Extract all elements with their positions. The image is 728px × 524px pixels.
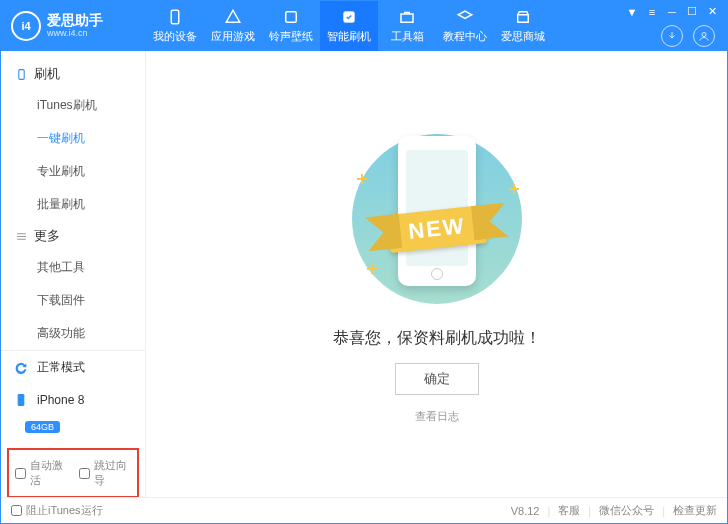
nav-label: 应用游戏 <box>211 29 255 44</box>
nav-ringtone[interactable]: 铃声壁纸 <box>262 1 320 51</box>
svg-rect-6 <box>19 69 24 79</box>
sidebar: 刷机 iTunes刷机 一键刷机 专业刷机 批量刷机 更多 其他工具 下载固件 … <box>1 51 146 497</box>
window-controls: ▼ ≡ ─ ☐ ✕ <box>625 5 727 18</box>
success-illustration: NEW <box>337 124 537 314</box>
sidebar-group-label: 刷机 <box>34 65 60 83</box>
nav-my-device[interactable]: 我的设备 <box>146 1 204 51</box>
sidebar-group-label: 更多 <box>34 227 60 245</box>
user-button[interactable] <box>693 25 715 47</box>
checkbox-label: 自动激活 <box>30 458 67 488</box>
sidebar-group-more[interactable]: 更多 <box>1 221 145 251</box>
svg-point-5 <box>702 33 706 37</box>
nav-apps[interactable]: 应用游戏 <box>204 1 262 51</box>
brand-title: 爱思助手 <box>47 13 103 28</box>
apps-icon <box>224 8 242 26</box>
nav-label: 铃声壁纸 <box>269 29 313 44</box>
nav-toolbox[interactable]: 工具箱 <box>378 1 436 51</box>
nav-smart-flash[interactable]: 智能刷机 <box>320 1 378 51</box>
ok-button[interactable]: 确定 <box>395 363 479 395</box>
check-update-link[interactable]: 检查更新 <box>673 503 717 518</box>
sidebar-item-advanced[interactable]: 高级功能 <box>1 317 145 350</box>
storage-badge: 64GB <box>25 421 60 433</box>
download-button[interactable] <box>661 25 683 47</box>
support-link[interactable]: 客服 <box>558 503 580 518</box>
title-bar: i4 爱思助手 www.i4.cn 我的设备 应用游戏 铃声壁纸 智能刷机 <box>1 1 727 51</box>
brand: i4 爱思助手 www.i4.cn <box>1 1 146 51</box>
status-bar: 阻止iTunes运行 V8.12| 客服| 微信公众号| 检查更新 <box>1 497 727 523</box>
nav-label: 爱思商城 <box>501 29 545 44</box>
brand-subtitle: www.i4.cn <box>47 29 103 39</box>
close-icon[interactable]: ✕ <box>705 5 719 18</box>
success-message: 恭喜您，保资料刷机成功啦！ <box>333 328 541 349</box>
sidebar-item-other[interactable]: 其他工具 <box>1 251 145 284</box>
block-itunes-checkbox[interactable]: 阻止iTunes运行 <box>11 503 103 518</box>
minimize-icon[interactable]: ─ <box>665 6 679 18</box>
refresh-icon <box>13 360 29 376</box>
flash-icon <box>340 8 358 26</box>
device-info[interactable]: iPhone 8 64GB <box>1 384 145 442</box>
sidebar-item-onekey[interactable]: 一键刷机 <box>1 122 145 155</box>
maximize-icon[interactable]: ☐ <box>685 5 699 18</box>
version-label: V8.12 <box>511 505 540 517</box>
main-panel: NEW 恭喜您，保资料刷机成功啦！ 确定 查看日志 <box>146 51 727 497</box>
wechat-link[interactable]: 微信公众号 <box>599 503 654 518</box>
shirt-icon[interactable]: ▼ <box>625 6 639 18</box>
sidebar-item-download[interactable]: 下载固件 <box>1 284 145 317</box>
nav-label: 智能刷机 <box>327 29 371 44</box>
menu-icon[interactable]: ≡ <box>645 6 659 18</box>
device-name: iPhone 8 <box>37 393 84 407</box>
sidebar-group-flash[interactable]: 刷机 <box>1 59 145 89</box>
auto-activate-checkbox[interactable]: 自动激活 <box>15 458 67 488</box>
mode-label: 正常模式 <box>37 359 85 376</box>
svg-rect-3 <box>401 14 413 22</box>
menu-lines-icon <box>15 230 28 243</box>
nav-label: 工具箱 <box>391 29 424 44</box>
ringtone-icon <box>282 8 300 26</box>
svg-rect-0 <box>171 10 179 24</box>
svg-rect-4 <box>518 15 529 23</box>
svg-rect-7 <box>18 394 25 406</box>
nav-label: 教程中心 <box>443 29 487 44</box>
options-highlight-box: 自动激活 跳过向导 <box>7 448 139 498</box>
store-icon <box>514 8 532 26</box>
checkbox-label: 跳过向导 <box>94 458 131 488</box>
brand-logo-icon: i4 <box>11 11 41 41</box>
phone-outline-icon <box>15 68 28 81</box>
sidebar-item-pro[interactable]: 专业刷机 <box>1 155 145 188</box>
device-mode[interactable]: 正常模式 <box>1 351 145 384</box>
nav-tutorial[interactable]: 教程中心 <box>436 1 494 51</box>
nav-store[interactable]: 爱思商城 <box>494 1 552 51</box>
device-icon <box>13 392 29 408</box>
sidebar-item-batch[interactable]: 批量刷机 <box>1 188 145 221</box>
skip-guide-checkbox[interactable]: 跳过向导 <box>79 458 131 488</box>
top-nav: 我的设备 应用游戏 铃声壁纸 智能刷机 工具箱 教程中心 <box>146 1 625 51</box>
tutorial-icon <box>456 8 474 26</box>
view-log-link[interactable]: 查看日志 <box>415 409 459 424</box>
toolbox-icon <box>398 8 416 26</box>
svg-rect-1 <box>286 12 297 23</box>
phone-icon <box>166 8 184 26</box>
nav-label: 我的设备 <box>153 29 197 44</box>
checkbox-label: 阻止iTunes运行 <box>26 503 103 518</box>
sidebar-item-itunes[interactable]: iTunes刷机 <box>1 89 145 122</box>
